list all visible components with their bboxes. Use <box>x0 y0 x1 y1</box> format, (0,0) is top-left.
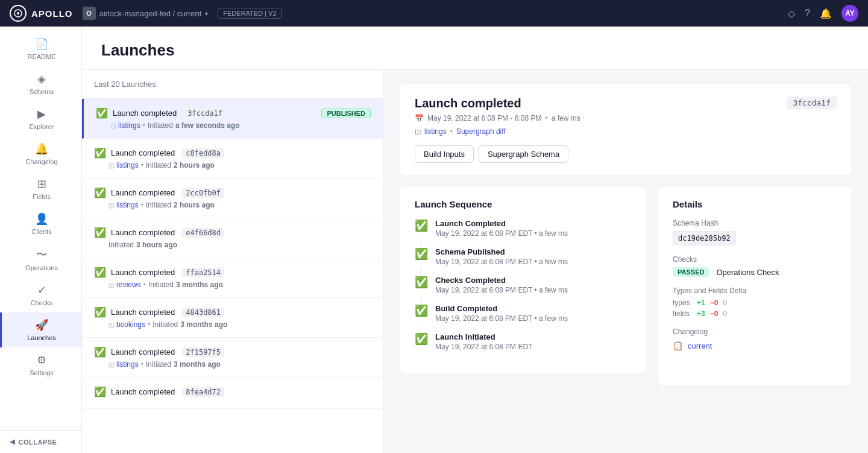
clients-icon: 👤 <box>35 212 48 226</box>
sequence-status-icon: ✅ <box>415 219 428 238</box>
detail-inner: Launch completed 📅 May 19, 2022 at 6:08 … <box>383 70 868 399</box>
dot: • <box>143 280 146 289</box>
sequence-title: Schema Published <box>435 247 632 256</box>
details-section-title: Details <box>673 199 837 209</box>
launch-time-ago: 3 months ago <box>174 360 221 369</box>
sequence-status-icon: ✅ <box>415 304 428 323</box>
detail-subgraph-link[interactable]: listings <box>424 127 447 136</box>
changelog-icon: 🔔 <box>35 142 48 156</box>
subgraph-meta-icon: ◫ <box>415 128 421 136</box>
sidebar-item-checks[interactable]: ✓ Checks <box>0 277 81 312</box>
checks-section-label: Checks <box>673 255 837 264</box>
sidebar-item-changelog[interactable]: 🔔 Changelog <box>0 136 81 171</box>
detail-header-card: Launch completed 📅 May 19, 2022 at 6:08 … <box>400 84 851 175</box>
build-inputs-button[interactable]: Build Inputs <box>415 145 474 163</box>
launch-status-icon: ✅ <box>94 187 106 198</box>
checks-passed-badge: PASSED <box>673 267 709 277</box>
launch-list-item[interactable]: ✅ Launch completed e4f66d8d Initiated 3 … <box>82 218 383 258</box>
fields-minus: −0 <box>710 309 719 318</box>
sidebar-label-operations: Operations <box>25 264 58 271</box>
launch-subgraph-link[interactable]: listings <box>116 161 139 169</box>
supergraph-schema-button[interactable]: Supergraph Schema <box>479 145 568 163</box>
sidebar-item-explorer[interactable]: ▶ Explorer <box>0 101 81 136</box>
launch-subgraph-link[interactable]: listings <box>116 360 139 369</box>
avatar[interactable]: AY <box>841 5 858 22</box>
settings-icon: ⚙ <box>37 353 46 367</box>
dot: • <box>148 320 150 329</box>
logo-text: APOLLO <box>31 8 73 19</box>
detail-columns: Launch Sequence ✅ Launch Completed May 1… <box>400 187 851 385</box>
launch-meta: ◫ listings • Initiated a few seconds ago <box>96 121 371 130</box>
checks-icon: ✓ <box>37 284 46 297</box>
dot: • <box>141 360 143 369</box>
launch-initiated-label: Initiated <box>146 161 171 169</box>
sidebar-item-operations[interactable]: 〜 Operations <box>0 241 81 277</box>
fields-icon: ⊞ <box>37 177 46 191</box>
launch-list-item[interactable]: ✅ Launch completed 3fccda1f PUBLISHED ◫ … <box>82 99 383 139</box>
launch-subgraph-link[interactable]: listings <box>116 201 139 209</box>
fields-plus: +3 <box>697 309 705 318</box>
sidebar-item-clients[interactable]: 👤 Clients <box>0 206 81 241</box>
sequence-meta: May 19, 2022 at 6:08 PM EDT • a few ms <box>435 258 632 266</box>
launch-initiated-label: Initiated <box>148 280 174 289</box>
collapse-button[interactable]: ◀ COLLAPSE <box>0 430 81 453</box>
sidebar-item-fields[interactable]: ⊞ Fields <box>0 171 81 206</box>
dot-separator2: • <box>450 127 453 136</box>
sidebar-label-explorer: Explorer <box>30 123 54 130</box>
detail-supergraph-diff-link[interactable]: Supergraph diff <box>456 127 506 136</box>
sequence-title: Launch Initiated <box>435 332 632 341</box>
launch-status-icon: ✅ <box>94 227 106 238</box>
launch-initiated-label: Initiated <box>108 241 134 249</box>
launch-title: Launch completed <box>111 148 175 157</box>
launch-item-top: ✅ Launch completed 2cc0fb0f <box>94 187 371 198</box>
launch-hash: 2f1597f5 <box>182 347 224 357</box>
launch-hash: ffaa2514 <box>182 268 224 277</box>
logo[interactable]: APOLLO <box>10 5 73 22</box>
detail-actions: Build Inputs Supergraph Schema <box>415 145 837 163</box>
types-minus: −0 <box>710 299 719 307</box>
sidebar-item-settings[interactable]: ⚙ Settings <box>0 347 81 382</box>
launch-hash: 8fea4d72 <box>182 387 224 397</box>
sidebar-item-launches[interactable]: 🚀 Launches <box>0 312 81 347</box>
sidebar-label-launches: Launches <box>27 334 56 341</box>
launch-list-item[interactable]: ✅ Launch completed 4843d861 ◫ bookings •… <box>82 298 383 338</box>
launch-list-item[interactable]: ✅ Launch completed c8fedd8a ◫ listings •… <box>82 139 383 179</box>
launch-list-item[interactable]: ✅ Launch completed 8fea4d72 <box>82 378 383 409</box>
types-plus: +1 <box>697 299 705 307</box>
fields-zero: 0 <box>723 309 727 318</box>
changelog-item-link[interactable]: current <box>688 341 712 350</box>
launch-hash: c8fedd8a <box>182 148 224 158</box>
notifications-icon[interactable]: 🔔 <box>820 8 832 19</box>
sequence-meta: May 19, 2022 at 6:08 PM EDT • a few ms <box>435 314 632 323</box>
sequence-status-icon: ✅ <box>415 276 428 294</box>
launch-item-top: ✅ Launch completed 2f1597f5 <box>94 346 371 358</box>
launch-subgraph-link[interactable]: listings <box>118 121 140 130</box>
sequence-content: Checks Completed May 19, 2022 at 6:08 PM… <box>435 276 632 294</box>
published-badge: PUBLISHED <box>321 109 371 118</box>
launch-subgraph-link[interactable]: reviews <box>116 280 141 289</box>
launch-title: Launch completed <box>111 188 175 197</box>
sidebar-item-schema[interactable]: ◈ Schema <box>0 66 81 101</box>
launch-list-item[interactable]: ✅ Launch completed 2cc0fb0f ◫ listings •… <box>82 179 383 218</box>
launch-title: Launch completed <box>111 387 175 396</box>
federated-badge: FEDERATED | V2 <box>218 8 281 19</box>
sidebar-item-readme[interactable]: 📄 README <box>0 31 81 66</box>
main-layout: 📄 README ◈ Schema ▶ Explorer 🔔 Changelog… <box>0 27 868 453</box>
sidebar-label-settings: Settings <box>30 369 54 376</box>
help-icon[interactable]: ? <box>805 8 810 19</box>
launch-subgraph-link[interactable]: bookings <box>116 320 145 329</box>
launch-meta: ◫ listings • Initiated 2 hours ago <box>94 201 371 209</box>
sidebar-items: 📄 README ◈ Schema ▶ Explorer 🔔 Changelog… <box>0 27 81 430</box>
launch-list-item[interactable]: ✅ Launch completed ffaa2514 ◫ reviews • … <box>82 258 383 298</box>
launch-meta: Initiated 3 hours ago <box>94 241 371 249</box>
sequence-section-title: Launch Sequence <box>415 199 632 209</box>
main-content: Last 20 Launches ✅ Launch completed 3fcc… <box>82 70 868 453</box>
content-area: Launches Last 20 Launches ✅ Launch compl… <box>82 27 868 453</box>
detail-title-group: Launch completed 📅 May 19, 2022 at 6:08 … <box>415 97 580 136</box>
org-badge: O <box>83 7 96 20</box>
proposals-icon[interactable]: ◇ <box>788 8 795 19</box>
org-selector[interactable]: O airlock-managed-fed / current ▾ <box>83 7 209 20</box>
launches-list: ✅ Launch completed 3fccda1f PUBLISHED ◫ … <box>82 99 383 409</box>
launch-list-item[interactable]: ✅ Launch completed 2f1597f5 ◫ listings •… <box>82 338 383 378</box>
changelog-label: Changelog <box>673 328 837 336</box>
